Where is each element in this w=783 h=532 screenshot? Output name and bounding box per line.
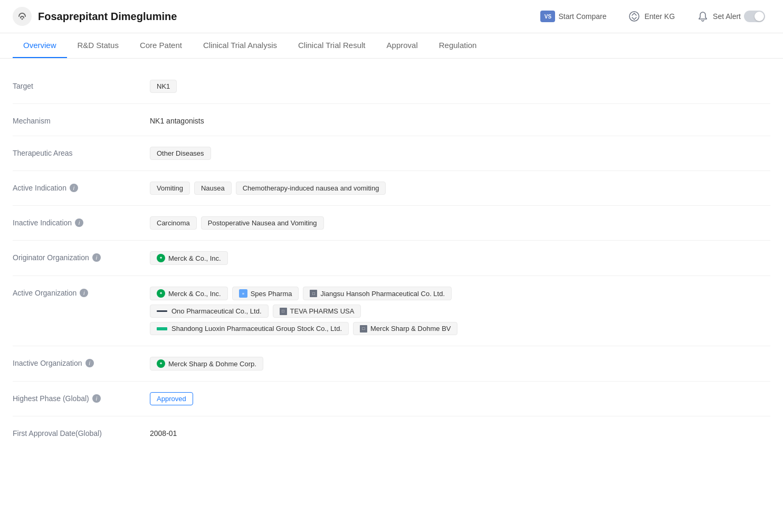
org-merck-originator[interactable]: ✦ Merck & Co., Inc.	[150, 251, 228, 265]
mechanism-value: NK1 antagonists	[150, 115, 770, 125]
active-org-row-3: Shandong Luoxin Pharmaceutical Group Sto…	[150, 322, 770, 335]
tab-regulation[interactable]: Regulation	[428, 33, 488, 58]
highest-phase-tag[interactable]: Approved	[150, 392, 193, 405]
highest-phase-label: Highest Phase (Global) i	[13, 392, 150, 403]
active-indication-label: Active Indication i	[13, 182, 150, 192]
tab-clinical-trial-result[interactable]: Clinical Trial Result	[288, 33, 376, 58]
active-org-row-1: ✦ Merck & Co., Inc. ≡ Spes Pharma □ Jian…	[150, 287, 770, 300]
org-spes-pharma[interactable]: ≡ Spes Pharma	[232, 287, 299, 300]
inactive-org-info-icon[interactable]: i	[85, 359, 94, 367]
nav-tabs: Overview R&D Status Core Patent Clinical…	[0, 33, 783, 59]
highest-phase-row: Highest Phase (Global) i Approved	[13, 382, 770, 416]
inactive-indication-info-icon[interactable]: i	[75, 218, 83, 227]
active-org-row: Active Organization i ✦ Merck & Co., Inc…	[13, 276, 770, 346]
enter-kg-button[interactable]: Enter KG	[622, 6, 680, 26]
set-alert-label: Set Alert	[713, 12, 741, 21]
active-indication-value: Vomiting Nausea Chemotherapy-induced nau…	[150, 182, 770, 195]
target-label: Target	[13, 80, 150, 90]
org-merck-sharp-bv[interactable]: □ Merck Sharp & Dohme BV	[353, 322, 457, 335]
org-merck-active[interactable]: ✦ Merck & Co., Inc.	[150, 287, 228, 300]
indication-cinv[interactable]: Chemotherapy-induced nausea and vomiting	[236, 182, 386, 195]
shandong-icon	[157, 327, 167, 330]
org-teva[interactable]: □ TEVA PHARMS USA	[273, 305, 361, 318]
therapeutic-areas-tag[interactable]: Other Diseases	[150, 147, 211, 160]
inactive-org-row: Inactive Organization i ✦ Merck Sharp & …	[13, 346, 770, 382]
indication-vomiting[interactable]: Vomiting	[150, 182, 190, 195]
active-indication-row: Active Indication i Vomiting Nausea Chem…	[13, 171, 770, 206]
kg-icon	[627, 10, 641, 23]
inactive-indication-label: Inactive Indication i	[13, 216, 150, 227]
drug-icon	[13, 7, 32, 26]
mechanism-text: NK1 antagonists	[150, 115, 204, 125]
msd-bv-icon: □	[360, 325, 367, 332]
active-org-row-2: Ono Pharmaceutical Co., Ltd. □ TEVA PHAR…	[150, 305, 770, 318]
org-shandong[interactable]: Shandong Luoxin Pharmaceutical Group Sto…	[150, 322, 349, 335]
first-approval-date-row: First Approval Date(Global) 2008-01	[13, 416, 770, 448]
mechanism-label: Mechanism	[13, 115, 150, 125]
therapeutic-areas-label: Therapeutic Areas	[13, 147, 150, 157]
compare-icon: VS	[540, 11, 555, 22]
ono-icon	[157, 310, 167, 312]
tab-core-patent[interactable]: Core Patent	[129, 33, 193, 58]
active-org-info-icon[interactable]: i	[80, 289, 88, 297]
org-jiangsu-hansoh[interactable]: □ Jiangsu Hansoh Pharmaceutical Co. Ltd.	[303, 287, 452, 300]
indication-ponv[interactable]: Postoperative Nausea and Vomiting	[201, 216, 324, 230]
header-actions: VS Start Compare Enter KG Set Alert	[535, 6, 770, 26]
compare-label: Start Compare	[558, 12, 606, 21]
header: Fosaprepitant Dimeglumine VS Start Compa…	[0, 0, 783, 33]
therapeutic-areas-value: Other Diseases	[150, 147, 770, 160]
content: Target NK1 Mechanism NK1 antagonists The…	[0, 59, 783, 459]
first-approval-date-value: 2008-01	[150, 427, 770, 438]
target-value: NK1	[150, 80, 770, 93]
set-alert-toggle[interactable]	[744, 11, 765, 22]
tab-overview[interactable]: Overview	[13, 33, 67, 58]
indication-carcinoma[interactable]: Carcinoma	[150, 216, 197, 230]
tab-clinical-trial-analysis[interactable]: Clinical Trial Analysis	[193, 33, 288, 58]
merck-icon-2: ✦	[157, 289, 165, 298]
indication-nausea[interactable]: Nausea	[194, 182, 232, 195]
inactive-indication-row: Inactive Indication i Carcinoma Postoper…	[13, 206, 770, 241]
drug-title: Fosaprepitant Dimeglumine	[38, 11, 535, 23]
originator-org-label: Originator Organization i	[13, 251, 150, 262]
inactive-org-value: ✦ Merck Sharp & Dohme Corp.	[150, 357, 770, 370]
target-row: Target NK1	[13, 69, 770, 104]
highest-phase-info-icon[interactable]: i	[92, 394, 101, 403]
first-approval-date-label: First Approval Date(Global)	[13, 427, 150, 438]
org-ono[interactable]: Ono Pharmaceutical Co., Ltd.	[150, 305, 269, 318]
target-tag[interactable]: NK1	[150, 80, 177, 93]
merck-icon: ✦	[157, 254, 165, 262]
active-indication-info-icon[interactable]: i	[70, 184, 78, 192]
mechanism-row: Mechanism NK1 antagonists	[13, 104, 770, 136]
org-merck-sharp-corp[interactable]: ✦ Merck Sharp & Dohme Corp.	[150, 357, 263, 370]
merck-corp-icon: ✦	[157, 359, 165, 368]
start-compare-button[interactable]: VS Start Compare	[535, 7, 612, 25]
set-alert-button[interactable]: Set Alert	[691, 6, 770, 26]
spes-icon: ≡	[239, 289, 247, 298]
svg-point-0	[22, 18, 23, 20]
tab-approval[interactable]: Approval	[376, 33, 428, 58]
hansoh-icon: □	[310, 290, 317, 297]
active-org-label: Active Organization i	[13, 287, 150, 297]
originator-org-info-icon[interactable]: i	[92, 253, 101, 262]
enter-kg-label: Enter KG	[644, 12, 675, 21]
tab-rd-status[interactable]: R&D Status	[67, 33, 129, 58]
therapeutic-areas-row: Therapeutic Areas Other Diseases	[13, 136, 770, 171]
highest-phase-value: Approved	[150, 392, 770, 405]
first-approval-date-text: 2008-01	[150, 427, 177, 438]
active-org-multi: ✦ Merck & Co., Inc. ≡ Spes Pharma □ Jian…	[150, 287, 770, 335]
originator-org-row: Originator Organization i ✦ Merck & Co.,…	[13, 241, 770, 276]
inactive-indication-value: Carcinoma Postoperative Nausea and Vomit…	[150, 216, 770, 230]
originator-org-value: ✦ Merck & Co., Inc.	[150, 251, 770, 265]
active-org-value: ✦ Merck & Co., Inc. ≡ Spes Pharma □ Jian…	[150, 287, 770, 335]
inactive-org-label: Inactive Organization i	[13, 357, 150, 367]
teva-icon: □	[280, 308, 287, 315]
alert-icon	[696, 10, 710, 23]
